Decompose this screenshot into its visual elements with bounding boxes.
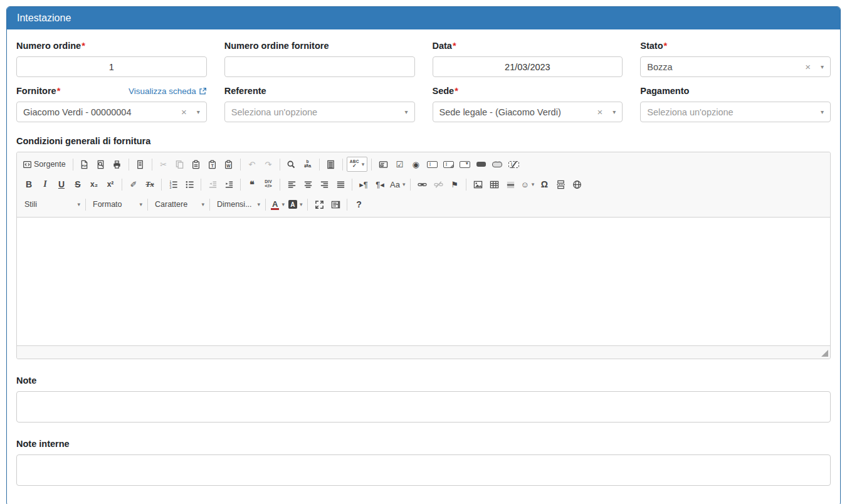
smiley-button[interactable]: ☺▾ [519,177,535,192]
bidi-rtl-icon: ¶◂ [376,181,384,189]
special-char-button[interactable]: Ω [537,177,552,192]
numero-ordine-input[interactable] [16,56,207,77]
visualizza-scheda-link[interactable]: Visualizza scheda [129,87,207,96]
editor-content[interactable] [17,218,830,345]
blockquote-button[interactable]: ❝ [245,177,260,192]
styles-dropdown[interactable]: Stili▾ [21,197,82,212]
chevron-down-icon[interactable]: ▾ [399,108,408,115]
select-all-button[interactable] [324,157,339,172]
link-button[interactable] [414,177,429,192]
anchor-button[interactable]: ⚑ [447,177,462,192]
bg-color-button[interactable]: A▾ [287,197,304,212]
paste-word-button[interactable]: W [221,157,236,172]
toolbar-separator [209,199,210,211]
italic-button[interactable]: I [38,177,53,192]
bidi-ltr-button[interactable]: ▸¶ [356,177,371,192]
checkbox-button[interactable]: ☑ [392,157,407,172]
chevron-down-icon[interactable]: ▾ [816,63,824,70]
font-dropdown[interactable]: Carattere▾ [152,197,206,212]
chevron-down-icon: ▾ [279,201,285,207]
select-field-button[interactable] [457,157,472,172]
source-button[interactable]: Sorgente [21,157,69,172]
print-button[interactable] [110,157,125,172]
page-break-button[interactable] [553,177,568,192]
about-button[interactable]: ? [351,197,366,212]
copy-formatting-button[interactable]: ✐ [126,177,141,192]
unlink-icon [434,180,443,189]
export-pdf-button[interactable]: PDF [77,157,92,172]
bulleted-list-button[interactable] [182,177,197,192]
field-numero-ordine: Numero ordine* [16,41,207,77]
chevron-down-icon: ▾ [400,181,406,187]
replace-button[interactable]: b⇄a [300,157,315,172]
preview-button[interactable] [93,157,108,172]
radio-button[interactable]: ◉ [408,157,423,172]
bidi-rtl-button[interactable]: ¶◂ [372,177,387,192]
clear-icon[interactable]: × [592,107,608,117]
underline-button[interactable]: U [54,177,69,192]
toolbar-separator [201,179,201,191]
field-label: Numero ordine fornitore [224,41,329,51]
form-button-button[interactable] [473,157,488,172]
redo-icon: ↷ [265,160,271,169]
toolbar-separator [342,159,343,171]
paste-text-button[interactable]: T [205,157,220,172]
toolbar-separator [161,179,162,191]
indent-button[interactable] [221,177,236,192]
horizontal-rule-button[interactable] [503,177,518,192]
subscript-icon: x₂ [90,181,98,188]
text-color-button[interactable]: A▾ [270,197,286,212]
stato-select[interactable]: Bozza × ▾ [640,56,831,77]
field-sede: Sede* Sede legale - (Giacomo Verdi) × ▾ [433,86,623,122]
toolbar-separator [410,179,411,191]
chevron-down-icon[interactable]: ▾ [816,108,824,115]
toolbar-separator [371,159,372,171]
image-button-button[interactable] [490,157,505,172]
templates-button[interactable] [133,157,148,172]
text-field-button[interactable] [424,157,439,172]
sede-select[interactable]: Sede legale - (Giacomo Verdi) × ▾ [433,102,623,122]
align-right-button[interactable] [317,177,332,192]
image-button[interactable] [470,177,485,192]
form-button[interactable] [376,157,391,172]
fornitore-select[interactable]: Giacomo Verdi - 00000004 × ▾ [16,102,207,122]
fornitore-select-value: Giacomo Verdi - 00000004 [23,107,176,117]
editor-resize-handle[interactable] [821,350,828,357]
chevron-down-icon[interactable]: ▾ [608,108,616,115]
chevron-down-icon[interactable]: ▾ [192,108,200,115]
justify-button[interactable] [333,177,348,192]
div-container-button[interactable]: DIV</> [261,177,276,192]
superscript-button[interactable]: x² [103,177,118,192]
numero-ordine-fornitore-input[interactable] [224,56,415,77]
toolbar-separator [122,179,122,191]
align-left-button[interactable] [284,177,299,192]
show-blocks-button[interactable] [328,197,343,212]
remove-format-button[interactable]: Tx [142,177,157,192]
data-input[interactable] [433,56,623,77]
textarea-button[interactable] [441,157,456,172]
maximize-icon [315,200,324,209]
align-center-button[interactable] [300,177,315,192]
format-dropdown[interactable]: Formato▾ [90,197,144,212]
find-button[interactable] [284,157,299,172]
strikethrough-button[interactable]: S [70,177,85,192]
note-textarea[interactable] [16,391,831,423]
paste-button[interactable] [189,157,204,172]
numbered-list-button[interactable]: 123 [166,177,181,192]
bold-button[interactable]: B [21,177,36,192]
note-interne-textarea[interactable] [16,454,831,486]
iframe-button[interactable] [569,177,584,192]
pagamento-select[interactable]: Seleziona un'opzione ▾ [640,102,831,122]
table-button[interactable] [487,177,502,192]
size-dropdown[interactable]: Dimensi...▾ [214,197,261,212]
clear-icon[interactable]: × [176,107,192,117]
spellcheck-button[interactable]: ABC✓▾ [347,157,368,172]
undo-icon: ↶ [248,160,255,169]
subscript-button[interactable]: x₂ [87,177,102,192]
language-button[interactable]: Aa▾ [389,177,406,192]
hidden-field-button[interactable] [506,157,521,172]
clear-icon[interactable]: × [800,61,816,72]
referente-select[interactable]: Seleziona un'opzione ▾ [224,102,415,122]
checkbox-icon: ☑ [396,160,403,169]
maximize-button[interactable] [312,197,327,212]
